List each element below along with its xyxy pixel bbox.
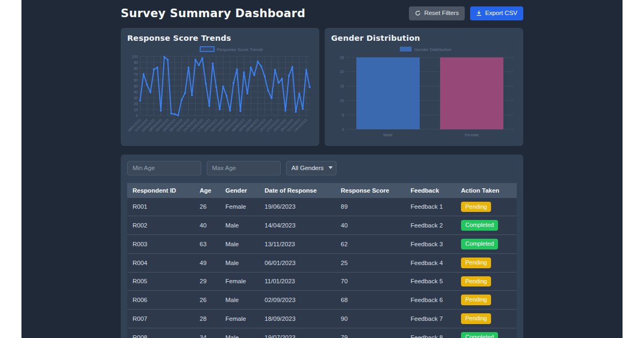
cell-action: Pending: [456, 253, 517, 272]
y-tick-label: 50: [134, 84, 138, 87]
bar-legend-label[interactable]: Gender Distribution: [414, 47, 451, 52]
score-trend-line: [140, 57, 310, 115]
data-point: [236, 68, 238, 70]
min-age-input[interactable]: [127, 161, 201, 175]
cell-age: 26: [194, 198, 220, 216]
data-point: [215, 86, 217, 88]
cell-age: 34: [194, 328, 220, 338]
reset-filters-button[interactable]: Reset Filters: [409, 6, 465, 20]
cell-age: 40: [194, 216, 220, 235]
cell-feedback: Feedback 5: [405, 272, 456, 291]
status-badge: Completed: [461, 332, 498, 338]
y-tick-label: 10: [340, 98, 344, 102]
cell-date: 11/01/2023: [259, 272, 335, 291]
gender-filter-select[interactable]: All Genders: [286, 161, 336, 175]
category-label: Female: [465, 133, 479, 137]
cell-age: 28: [194, 310, 220, 328]
gender-distribution-chart[interactable]: Gender Distribution0510152025MaleFemale: [331, 45, 517, 141]
data-point: [205, 82, 207, 84]
data-point: [302, 108, 304, 110]
response-score-trends-card: Response Score Trends Response Score Tre…: [121, 28, 319, 146]
data-point: [246, 92, 248, 94]
cell-score: 89: [335, 198, 405, 216]
y-tick-label: 90: [134, 60, 138, 64]
data-point: [298, 92, 301, 94]
data-point: [208, 105, 210, 107]
cell-feedback: Feedback 6: [405, 291, 456, 310]
gender-filter-wrap: All Genders: [286, 161, 336, 175]
cell-score: 70: [335, 272, 405, 291]
cell-action: Pending: [456, 272, 517, 291]
data-point: [270, 97, 273, 99]
data-point: [274, 69, 276, 71]
header-actions: Reset Filters Export CSV: [409, 6, 523, 20]
data-point: [153, 68, 155, 70]
cell-respondent-id: R007: [127, 310, 194, 328]
cell-score: 62: [335, 235, 405, 254]
line-legend-swatch[interactable]: [200, 47, 214, 52]
data-point: [170, 112, 172, 114]
data-point: [257, 61, 259, 63]
bar-chart-title: Gender Distribution: [331, 34, 517, 42]
cell-gender: Male: [220, 235, 259, 254]
cell-age: 29: [194, 272, 220, 291]
cell-respondent-id: R004: [127, 253, 194, 272]
response-score-trends-chart[interactable]: Response Score Trends0102030405060708090…: [127, 45, 313, 141]
cell-age: 26: [194, 291, 220, 310]
data-point: [198, 64, 200, 66]
cell-respondent-id: R008: [127, 328, 194, 338]
status-badge: Pending: [461, 313, 491, 324]
cell-date: 19/07/2023: [259, 328, 335, 338]
cell-date: 13/11/2023: [259, 235, 335, 254]
cell-feedback: Feedback 1: [405, 198, 456, 216]
data-point: [243, 71, 245, 73]
page-title: Survey Summary Dashboard: [121, 7, 305, 20]
data-point: [260, 65, 262, 67]
cell-date: 14/04/2023: [259, 216, 335, 235]
data-point: [222, 85, 224, 87]
status-badge: Pending: [461, 202, 491, 212]
category-label: Male: [383, 133, 393, 137]
y-tick-label: 30: [134, 95, 138, 99]
cell-action: Pending: [456, 310, 517, 328]
cell-date: 02/09/2023: [259, 291, 335, 310]
y-tick-label: 0: [136, 113, 138, 117]
data-point: [139, 99, 141, 101]
cell-gender: Male: [220, 216, 259, 235]
cell-feedback: Feedback 8: [405, 328, 456, 338]
app-window: Survey Summary Dashboard Reset Filters E…: [21, 0, 623, 338]
cell-score: 68: [335, 291, 405, 310]
cell-date: 19/06/2023: [259, 198, 335, 216]
cell-respondent-id: R001: [127, 198, 194, 216]
cell-age: 63: [194, 235, 220, 254]
data-point: [281, 78, 283, 80]
data-point: [305, 69, 308, 71]
data-point: [239, 110, 241, 112]
col-header-action-taken: Action Taken: [456, 183, 517, 198]
table-row: R00834Male19/07/202379Feedback 8Complete…: [127, 328, 517, 338]
col-header-age: Age: [194, 183, 220, 198]
max-age-input[interactable]: [207, 161, 281, 175]
table-row: R00449Male06/01/202325Feedback 4Pending: [127, 253, 517, 272]
bar-male: [356, 57, 420, 129]
y-tick-label: 60: [134, 78, 138, 82]
cell-gender: Female: [220, 310, 259, 328]
status-badge: Pending: [461, 258, 491, 268]
data-point: [250, 67, 252, 69]
data-point: [309, 86, 311, 88]
y-tick-label: 5: [342, 113, 344, 116]
table-row: R00626Male02/09/202368Feedback 6Pending: [127, 291, 517, 310]
y-tick-label: 10: [134, 107, 138, 111]
cell-feedback: Feedback 4: [405, 253, 456, 272]
cell-respondent-id: R006: [127, 291, 194, 310]
export-csv-button[interactable]: Export CSV: [470, 6, 523, 20]
cell-age: 49: [194, 253, 220, 272]
bar-legend-swatch[interactable]: [400, 47, 412, 52]
download-icon: [476, 10, 482, 16]
data-point: [163, 56, 165, 58]
data-point: [194, 58, 196, 61]
data-point: [284, 109, 287, 112]
line-legend-label[interactable]: Response Score Trends: [217, 47, 263, 52]
reset-filters-label: Reset Filters: [424, 10, 459, 17]
bar-female: [440, 57, 503, 129]
